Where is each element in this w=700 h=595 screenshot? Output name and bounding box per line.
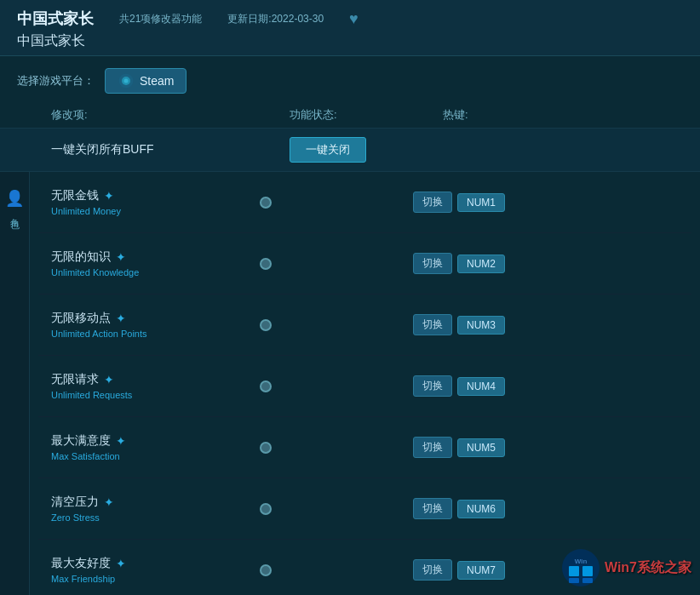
table-row: 最大满意度 ✦ Max Satisfaction 切换 NUM5 (38, 417, 691, 478)
mod-name-cn: 最大友好度 ✦ (51, 556, 260, 571)
mod-hotkey: 切换 NUM1 (413, 192, 683, 213)
toggle-dot[interactable] (260, 503, 272, 515)
mod-name-section: 无限请求 ✦ Unlimited Requests (51, 372, 260, 400)
hotkey-key: NUM3 (457, 316, 505, 335)
toggle-dot[interactable] (260, 442, 272, 454)
watermark: Win Win7系统之家 (562, 549, 691, 586)
star-badge: ✦ (116, 434, 126, 448)
steam-button[interactable]: Steam (105, 68, 186, 94)
mod-hotkey: 切换 NUM4 (413, 375, 683, 397)
heart-icon[interactable]: ♥ (349, 10, 359, 28)
mod-name-en: Unlimited Requests (51, 390, 260, 400)
mod-count: 共21项修改器功能 (119, 12, 202, 26)
platform-section: 选择游戏平台： Steam (0, 56, 700, 102)
col-mod-header: 修改项: (51, 107, 290, 123)
svg-text:Win: Win (575, 558, 588, 565)
mod-toggle[interactable] (260, 442, 413, 454)
mod-name-section: 无限金钱 ✦ Unlimited Money (51, 188, 260, 216)
svg-point-3 (562, 549, 600, 586)
steam-icon (118, 72, 135, 89)
hotkey-switch-button[interactable]: 切换 (413, 192, 452, 213)
update-date: 更新日期:2022-03-30 (227, 12, 324, 26)
mod-name-section: 最大友好度 ✦ Max Friendship (51, 556, 260, 584)
hotkey-switch-button[interactable]: 切换 (413, 559, 452, 581)
svg-rect-5 (569, 566, 579, 576)
mod-name-cn: 无限的知识 ✦ (51, 249, 260, 265)
mod-name-en: Unlimited Action Points (51, 329, 260, 339)
platform-label: 选择游戏平台： (17, 73, 95, 89)
hotkey-switch-button[interactable]: 切换 (413, 253, 452, 274)
sidebar: 👤 角色 (0, 172, 30, 595)
mod-name-en: Zero Stress (51, 512, 260, 523)
mod-name-section: 最大满意度 ✦ Max Satisfaction (51, 433, 260, 461)
mod-name-cn: 无限金钱 ✦ (51, 188, 260, 203)
table-row: 清空压力 ✦ Zero Stress 切换 NUM6 (38, 478, 691, 540)
character-icon: 👤 (5, 189, 24, 208)
star-badge: ✦ (116, 250, 126, 264)
star-badge: ✦ (104, 189, 114, 203)
watermark-brand: Win7系统之家 (605, 559, 691, 577)
mod-toggle[interactable] (260, 380, 413, 392)
star-badge: ✦ (116, 312, 126, 325)
col-status-header: 功能状态: (290, 107, 443, 123)
header-top: 中国式家长 共21项修改器功能 更新日期:2022-03-30 ♥ (17, 9, 683, 29)
mod-hotkey: 切换 NUM2 (413, 253, 683, 274)
mod-hotkey: 切换 NUM3 (413, 314, 683, 335)
onekey-row: 一键关闭所有BUFF 一键关闭 (0, 129, 700, 172)
game-title: 中国式家长 (17, 9, 94, 29)
header: 中国式家长 共21项修改器功能 更新日期:2022-03-30 ♥ 中国式家长 (0, 0, 700, 56)
mod-toggle[interactable] (260, 564, 413, 576)
hotkey-key: NUM2 (457, 255, 505, 273)
toggle-dot[interactable] (260, 258, 272, 270)
mod-name-section: 无限移动点 ✦ Unlimited Action Points (51, 311, 260, 339)
mod-name-cn: 无限请求 ✦ (51, 372, 260, 387)
svg-rect-7 (569, 578, 579, 583)
hotkey-key: NUM4 (457, 377, 505, 396)
steam-label: Steam (140, 74, 174, 88)
mod-list: 无限金钱 ✦ Unlimited Money 切换 NUM1 无限的知识 ✦ U… (30, 172, 700, 595)
hotkey-key: NUM5 (457, 438, 505, 457)
svg-rect-6 (582, 566, 593, 576)
mod-name-cn: 最大满意度 ✦ (51, 433, 260, 449)
hotkey-switch-button[interactable]: 切换 (413, 314, 452, 335)
sidebar-label: 角色 (9, 211, 21, 215)
table-row: 无限请求 ✦ Unlimited Requests 切换 NUM4 (38, 356, 691, 417)
table-row: 无限金钱 ✦ Unlimited Money 切换 NUM1 (38, 172, 691, 233)
svg-point-2 (124, 79, 129, 83)
mod-name-cn: 无限移动点 ✦ (51, 311, 260, 326)
mod-name-en: Max Satisfaction (51, 451, 260, 461)
star-badge: ✦ (116, 557, 126, 570)
toggle-dot[interactable] (260, 197, 272, 209)
star-badge: ✦ (104, 373, 114, 386)
main-content: 👤 角色 无限金钱 ✦ Unlimited Money 切换 NUM1 无限 (0, 172, 700, 595)
svg-rect-8 (582, 578, 593, 583)
mod-name-cn: 清空压力 ✦ (51, 495, 260, 510)
hotkey-switch-button[interactable]: 切换 (413, 498, 452, 519)
hotkey-switch-button[interactable]: 切换 (413, 375, 452, 397)
watermark-text-block: Win7系统之家 (605, 559, 691, 577)
watermark-logo-icon: Win (562, 549, 600, 586)
mod-name-en: Max Friendship (51, 574, 260, 584)
table-row: 无限移动点 ✦ Unlimited Action Points 切换 NUM3 (38, 295, 691, 356)
mod-name-section: 无限的知识 ✦ Unlimited Knowledge (51, 249, 260, 277)
mod-hotkey: 切换 NUM5 (413, 437, 683, 458)
hotkey-key: NUM6 (457, 500, 505, 518)
hotkey-key: NUM7 (457, 561, 505, 580)
game-subtitle: 中国式家长 (17, 32, 683, 50)
mod-toggle[interactable] (260, 197, 413, 209)
mod-toggle[interactable] (260, 503, 413, 515)
mod-name-en: Unlimited Money (51, 206, 260, 216)
col-hotkey-header: 热键: (443, 107, 683, 123)
toggle-dot[interactable] (260, 380, 272, 392)
mod-toggle[interactable] (260, 258, 413, 270)
mod-toggle[interactable] (260, 319, 413, 331)
star-badge: ✦ (104, 495, 114, 509)
toggle-dot[interactable] (260, 319, 272, 331)
hotkey-key: NUM1 (457, 193, 505, 212)
onekey-button[interactable]: 一键关闭 (290, 137, 366, 163)
mod-name-section: 清空压力 ✦ Zero Stress (51, 495, 260, 523)
toggle-dot[interactable] (260, 564, 272, 576)
mod-hotkey: 切换 NUM6 (413, 498, 683, 519)
column-headers: 修改项: 功能状态: 热键: (0, 102, 700, 129)
hotkey-switch-button[interactable]: 切换 (413, 437, 452, 458)
